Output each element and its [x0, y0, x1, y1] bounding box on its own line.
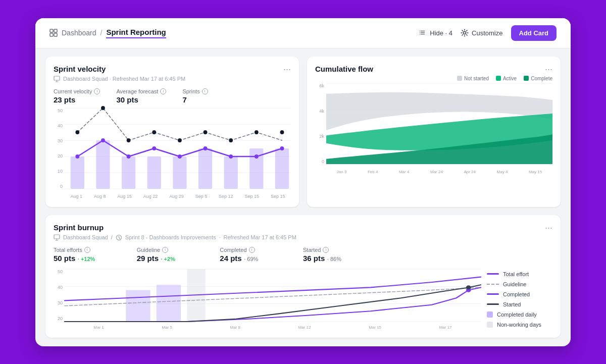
- legend-square-completed-daily: [487, 311, 493, 318]
- svg-point-33: [152, 130, 156, 134]
- sprint-velocity-card: Sprint velocity ··· Dashboard Squad · Re…: [45, 57, 299, 207]
- svg-point-32: [127, 138, 131, 142]
- svg-point-34: [178, 138, 182, 142]
- completed-stat: Completed i 24 pts · 69%: [220, 247, 303, 263]
- legend-dot-not-started: [457, 76, 462, 81]
- burnup-chart-inner: [65, 269, 481, 322]
- legend-started: Started: [487, 301, 552, 307]
- svg-rect-1: [54, 29, 57, 32]
- svg-rect-5: [54, 76, 60, 80]
- svg-rect-18: [224, 157, 238, 189]
- sprint-burnup-meta: Dashboard Squad / Sprint 8 - Dashboards …: [54, 234, 552, 241]
- info-icon-4: i: [84, 247, 90, 253]
- svg-rect-16: [173, 157, 186, 189]
- velocity-chart-inner: [65, 108, 291, 189]
- legend-line-completed: [487, 293, 499, 295]
- cumulative-flow-title: Cumulative flow: [315, 65, 373, 73]
- svg-point-38: [280, 130, 284, 134]
- info-icon-5: i: [162, 247, 168, 253]
- sprint-burnup-card: Sprint burnup ··· Dashboard Squad / Spri…: [45, 215, 561, 338]
- app-container: Dashboard / Sprint Reporting Hide · 4 Cu…: [35, 18, 571, 346]
- svg-rect-20: [275, 148, 289, 189]
- cumulative-flow-legend: Not started Active Complete: [315, 76, 552, 81]
- sprints-value: 7: [182, 95, 208, 104]
- svg-point-53: [466, 285, 471, 289]
- burnup-x-axis: Mar 1Mar 5Mar 8Mar 12Mar 15Mar 17: [65, 325, 481, 330]
- svg-point-31: [101, 106, 105, 110]
- legend-guideline: Guideline: [487, 281, 552, 287]
- sprint-burnup-more-button[interactable]: ···: [545, 223, 552, 232]
- dashboard-icon: [49, 29, 58, 37]
- burnup-y-axis: 50403020: [54, 269, 65, 322]
- cumulative-flow-chart: 6k4k2k0: [315, 83, 552, 174]
- info-icon-2: i: [160, 88, 166, 94]
- cumulative-flow-card: Cumulative flow ··· Not started Active C…: [307, 57, 561, 207]
- burnup-chart: 50403020: [54, 269, 481, 330]
- cumulative-flow-more-button[interactable]: ···: [545, 65, 552, 74]
- svg-point-26: [204, 146, 208, 150]
- add-card-button[interactable]: Add Card: [511, 25, 557, 41]
- burnup-legend: Total effort Guideline Completed Started: [487, 269, 552, 330]
- sprint-burnup-header: Sprint burnup ···: [54, 223, 552, 232]
- svg-point-36: [229, 138, 233, 142]
- legend-dot-complete: [524, 76, 529, 81]
- avg-forecast-value: 30 pts: [116, 95, 166, 104]
- svg-rect-43: [54, 235, 60, 239]
- sprints-stat: Sprints i 7: [182, 88, 208, 104]
- legend-non-working: Non-working days: [487, 322, 552, 328]
- total-efforts-stat: Total efforts i 50 pts · +12%: [54, 247, 137, 263]
- legend-active: Active: [496, 76, 517, 81]
- current-velocity-stat: Current velocity i 23 pts: [54, 88, 100, 104]
- svg-rect-14: [122, 157, 135, 189]
- header-actions: Hide · 4 Customize Add Card: [419, 25, 557, 41]
- legend-line-guideline: [487, 284, 499, 285]
- legend-line-started: [487, 303, 499, 305]
- hide-button[interactable]: Hide · 4: [419, 29, 452, 37]
- sprint-velocity-header: Sprint velocity ···: [54, 65, 291, 74]
- sprint-velocity-meta: Dashboard Squad · Refreshed Mar 17 at 6:…: [54, 76, 291, 82]
- guideline-stat: Guideline i 29 pts · +2%: [137, 247, 220, 263]
- legend-not-started: Not started: [457, 76, 489, 81]
- legend-square-non-working: [487, 322, 493, 328]
- svg-point-21: [75, 154, 79, 159]
- cards-row: Sprint velocity ··· Dashboard Squad · Re…: [45, 57, 561, 207]
- sprint-velocity-more-button[interactable]: ···: [283, 65, 291, 74]
- legend-complete: Complete: [524, 76, 552, 81]
- flow-y-axis: 6k4k2k0: [315, 83, 326, 164]
- svg-point-27: [229, 154, 233, 159]
- info-icon-3: i: [202, 88, 208, 94]
- svg-rect-50: [157, 285, 181, 322]
- svg-point-37: [255, 130, 259, 134]
- breadcrumb-parent[interactable]: Dashboard: [62, 29, 96, 37]
- sprint-velocity-chart: 50403020100: [54, 108, 291, 199]
- monitor-icon-2: [54, 234, 60, 241]
- burnup-stats-row: Total efforts i 50 pts · +12% Guideline …: [54, 247, 552, 263]
- svg-point-35: [204, 130, 208, 134]
- main-content: Sprint velocity ··· Dashboard Squad · Re…: [35, 48, 571, 346]
- svg-point-30: [75, 130, 79, 134]
- svg-point-22: [101, 138, 105, 142]
- breadcrumb-current: Sprint Reporting: [106, 28, 166, 38]
- monitor-icon: [54, 76, 60, 82]
- legend-dot-active: [496, 76, 501, 81]
- sprint-burnup-title: Sprint burnup: [54, 223, 104, 232]
- customize-button[interactable]: Customize: [461, 29, 502, 37]
- legend-total-effort: Total effort: [487, 271, 552, 277]
- svg-rect-12: [71, 157, 84, 189]
- sprint-velocity-title: Sprint velocity: [54, 65, 106, 73]
- svg-point-28: [255, 154, 259, 159]
- current-velocity-value: 23 pts: [54, 95, 100, 104]
- svg-rect-2: [50, 33, 53, 36]
- svg-point-25: [178, 154, 182, 159]
- svg-point-29: [280, 146, 284, 150]
- cumulative-flow-header: Cumulative flow ···: [315, 65, 552, 74]
- svg-rect-49: [126, 290, 150, 321]
- breadcrumb: Dashboard / Sprint Reporting: [49, 28, 166, 38]
- svg-rect-13: [96, 140, 110, 189]
- sprint-icon: [116, 234, 122, 241]
- legend-line-total-effort: [487, 273, 499, 275]
- svg-point-24: [152, 146, 156, 150]
- started-stat: Started i 36 pts · 86%: [303, 247, 386, 263]
- legend-completed: Completed: [487, 291, 552, 297]
- flow-x-axis: Jan 3Feb 4Mar 4Mar 24Apr 24May 4May 15: [326, 170, 552, 174]
